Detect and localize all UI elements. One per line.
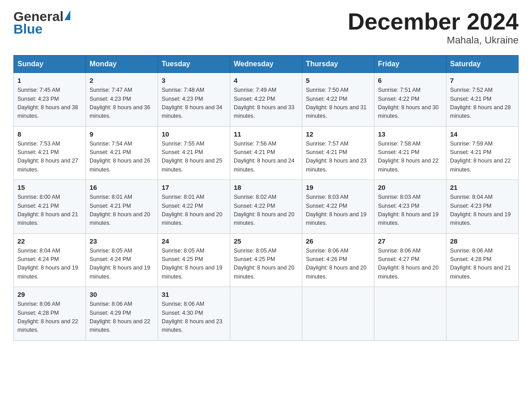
calendar-cell: 6Sunrise: 7:51 AMSunset: 4:22 PMDaylight… [374, 73, 446, 127]
day-number: 24 [162, 237, 226, 245]
calendar-cell: 8Sunrise: 7:53 AMSunset: 4:21 PMDaylight… [14, 126, 86, 180]
calendar-cell: 20Sunrise: 8:03 AMSunset: 4:23 PMDayligh… [374, 180, 446, 234]
calendar-cell: 23Sunrise: 8:05 AMSunset: 4:24 PMDayligh… [86, 233, 158, 287]
day-info: Sunrise: 8:06 AMSunset: 4:29 PMDaylight:… [90, 300, 154, 335]
day-number: 25 [234, 237, 298, 245]
calendar-cell: 1Sunrise: 7:45 AMSunset: 4:23 PMDaylight… [14, 73, 86, 127]
calendar-week-4: 22Sunrise: 8:04 AMSunset: 4:24 PMDayligh… [14, 233, 519, 287]
day-info: Sunrise: 7:47 AMSunset: 4:23 PMDaylight:… [90, 86, 154, 121]
calendar-table: SundayMondayTuesdayWednesdayThursdayFrid… [13, 55, 519, 341]
day-info: Sunrise: 7:58 AMSunset: 4:21 PMDaylight:… [378, 140, 442, 175]
day-info: Sunrise: 8:03 AMSunset: 4:23 PMDaylight:… [378, 193, 442, 228]
day-number: 18 [234, 184, 298, 191]
day-info: Sunrise: 7:45 AMSunset: 4:23 PMDaylight:… [17, 86, 82, 121]
calendar-cell: 25Sunrise: 8:05 AMSunset: 4:25 PMDayligh… [230, 233, 302, 287]
day-info: Sunrise: 8:04 AMSunset: 4:24 PMDaylight:… [17, 247, 82, 282]
day-info: Sunrise: 7:59 AMSunset: 4:21 PMDaylight:… [450, 140, 515, 175]
day-info: Sunrise: 7:52 AMSunset: 4:21 PMDaylight:… [450, 86, 515, 121]
logo: General Blue [13, 9, 70, 37]
day-number: 31 [162, 291, 226, 298]
day-number: 10 [162, 130, 226, 138]
calendar-week-5: 29Sunrise: 8:06 AMSunset: 4:28 PMDayligh… [14, 287, 519, 341]
day-info: Sunrise: 8:06 AMSunset: 4:28 PMDaylight:… [450, 247, 515, 282]
day-number: 20 [378, 184, 442, 191]
logo-arrow-icon [64, 10, 70, 20]
day-info: Sunrise: 8:01 AMSunset: 4:22 PMDaylight:… [162, 193, 226, 228]
day-number: 8 [17, 130, 82, 138]
day-info: Sunrise: 8:06 AMSunset: 4:28 PMDaylight:… [17, 300, 82, 335]
day-number: 30 [90, 291, 154, 298]
day-number: 19 [306, 184, 370, 191]
day-info: Sunrise: 7:50 AMSunset: 4:22 PMDaylight:… [306, 86, 370, 121]
calendar-header: SundayMondayTuesdayWednesdayThursdayFrid… [14, 56, 519, 73]
calendar-cell: 3Sunrise: 7:48 AMSunset: 4:23 PMDaylight… [158, 73, 230, 127]
day-number: 2 [90, 77, 154, 84]
calendar-cell [230, 287, 302, 341]
day-info: Sunrise: 8:02 AMSunset: 4:22 PMDaylight:… [234, 193, 298, 228]
day-of-week-monday: Monday [86, 56, 158, 73]
day-number: 7 [450, 77, 515, 84]
calendar-cell: 26Sunrise: 8:06 AMSunset: 4:26 PMDayligh… [302, 233, 374, 287]
calendar-cell: 15Sunrise: 8:00 AMSunset: 4:21 PMDayligh… [14, 180, 86, 234]
calendar-cell [302, 287, 374, 341]
day-of-week-saturday: Saturday [446, 56, 519, 73]
day-number: 22 [17, 237, 82, 245]
day-info: Sunrise: 8:03 AMSunset: 4:22 PMDaylight:… [306, 193, 370, 228]
day-of-week-sunday: Sunday [14, 56, 86, 73]
day-of-week-wednesday: Wednesday [230, 56, 302, 73]
day-number: 11 [234, 130, 298, 138]
day-info: Sunrise: 8:01 AMSunset: 4:21 PMDaylight:… [90, 193, 154, 228]
calendar-cell: 21Sunrise: 8:04 AMSunset: 4:23 PMDayligh… [446, 180, 519, 234]
day-number: 17 [162, 184, 226, 191]
day-info: Sunrise: 7:57 AMSunset: 4:21 PMDaylight:… [306, 140, 370, 175]
calendar-cell: 7Sunrise: 7:52 AMSunset: 4:21 PMDaylight… [446, 73, 519, 127]
day-number: 14 [450, 130, 515, 138]
day-number: 28 [450, 237, 515, 245]
calendar-subtitle: Mahala, Ukraine [348, 34, 519, 46]
calendar-cell: 4Sunrise: 7:49 AMSunset: 4:22 PMDaylight… [230, 73, 302, 127]
calendar-week-2: 8Sunrise: 7:53 AMSunset: 4:21 PMDaylight… [14, 126, 519, 180]
day-number: 1 [17, 77, 82, 84]
day-info: Sunrise: 8:05 AMSunset: 4:25 PMDaylight:… [234, 247, 298, 282]
day-info: Sunrise: 7:51 AMSunset: 4:22 PMDaylight:… [378, 86, 442, 121]
calendar-week-1: 1Sunrise: 7:45 AMSunset: 4:23 PMDaylight… [14, 73, 519, 127]
day-number: 21 [450, 184, 515, 191]
calendar-cell: 5Sunrise: 7:50 AMSunset: 4:22 PMDaylight… [302, 73, 374, 127]
day-info: Sunrise: 8:05 AMSunset: 4:25 PMDaylight:… [162, 247, 226, 282]
page-header: General Blue December 2024 Mahala, Ukrai… [13, 9, 519, 46]
calendar-body: 1Sunrise: 7:45 AMSunset: 4:23 PMDaylight… [14, 73, 519, 341]
day-number: 26 [306, 237, 370, 245]
calendar-cell: 24Sunrise: 8:05 AMSunset: 4:25 PMDayligh… [158, 233, 230, 287]
day-info: Sunrise: 8:04 AMSunset: 4:23 PMDaylight:… [450, 193, 515, 228]
calendar-cell: 14Sunrise: 7:59 AMSunset: 4:21 PMDayligh… [446, 126, 519, 180]
day-info: Sunrise: 8:06 AMSunset: 4:30 PMDaylight:… [162, 300, 226, 335]
calendar-cell: 13Sunrise: 7:58 AMSunset: 4:21 PMDayligh… [374, 126, 446, 180]
calendar-cell: 17Sunrise: 8:01 AMSunset: 4:22 PMDayligh… [158, 180, 230, 234]
calendar-cell: 22Sunrise: 8:04 AMSunset: 4:24 PMDayligh… [14, 233, 86, 287]
day-info: Sunrise: 7:53 AMSunset: 4:21 PMDaylight:… [17, 140, 82, 175]
day-number: 12 [306, 130, 370, 138]
days-of-week-row: SundayMondayTuesdayWednesdayThursdayFrid… [14, 56, 519, 73]
day-number: 6 [378, 77, 442, 84]
calendar-cell: 9Sunrise: 7:54 AMSunset: 4:21 PMDaylight… [86, 126, 158, 180]
day-info: Sunrise: 7:56 AMSunset: 4:21 PMDaylight:… [234, 140, 298, 175]
calendar-week-3: 15Sunrise: 8:00 AMSunset: 4:21 PMDayligh… [14, 180, 519, 234]
calendar-cell: 16Sunrise: 8:01 AMSunset: 4:21 PMDayligh… [86, 180, 158, 234]
calendar-cell: 19Sunrise: 8:03 AMSunset: 4:22 PMDayligh… [302, 180, 374, 234]
calendar-cell: 27Sunrise: 8:06 AMSunset: 4:27 PMDayligh… [374, 233, 446, 287]
day-number: 13 [378, 130, 442, 138]
calendar-cell: 30Sunrise: 8:06 AMSunset: 4:29 PMDayligh… [86, 287, 158, 341]
day-of-week-tuesday: Tuesday [158, 56, 230, 73]
day-number: 23 [90, 237, 154, 245]
day-info: Sunrise: 7:49 AMSunset: 4:22 PMDaylight:… [234, 86, 298, 121]
calendar-cell: 10Sunrise: 7:55 AMSunset: 4:21 PMDayligh… [158, 126, 230, 180]
day-number: 9 [90, 130, 154, 138]
calendar-cell: 29Sunrise: 8:06 AMSunset: 4:28 PMDayligh… [14, 287, 86, 341]
calendar-cell: 18Sunrise: 8:02 AMSunset: 4:22 PMDayligh… [230, 180, 302, 234]
calendar-cell [374, 287, 446, 341]
day-info: Sunrise: 8:00 AMSunset: 4:21 PMDaylight:… [17, 193, 82, 228]
day-number: 15 [17, 184, 82, 191]
calendar-title: December 2024 [348, 9, 519, 34]
day-of-week-friday: Friday [374, 56, 446, 73]
calendar-cell: 31Sunrise: 8:06 AMSunset: 4:30 PMDayligh… [158, 287, 230, 341]
